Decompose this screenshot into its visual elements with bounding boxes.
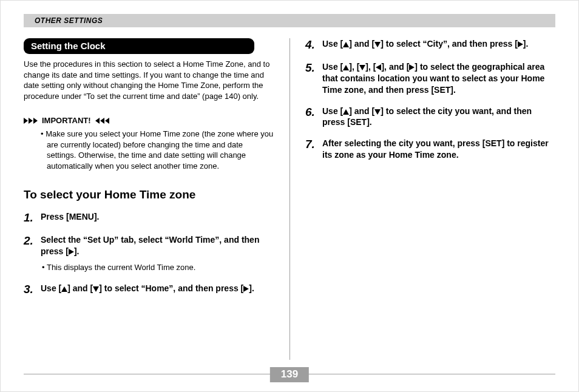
step-7: 7. After selecting the city you want, pr… — [305, 138, 555, 161]
right-arrow-icon — [409, 64, 415, 70]
section-heading: Setting the Clock — [24, 38, 254, 54]
step-number: 1. — [24, 211, 41, 225]
step-number: 5. — [305, 61, 322, 96]
down-arrow-icon — [93, 286, 99, 292]
step-number: 6. — [305, 106, 322, 129]
step-text: Use [], [], [], and [] to select the geo… — [322, 61, 555, 96]
important-bullet: Make sure you select your Home Time zone… — [24, 129, 274, 171]
important-heading: IMPORTANT! — [24, 116, 274, 125]
column-divider — [290, 38, 290, 360]
step-text: Use [] and [] to select “City”, and then… — [322, 38, 528, 52]
step-number: 3. — [24, 283, 41, 296]
step-number: 2. — [24, 234, 41, 272]
procedure-heading: To select your Home Time zone — [24, 188, 274, 201]
step-1: 1. Press [MENU]. — [24, 211, 274, 225]
triangle-left-icon — [95, 118, 109, 124]
up-arrow-icon — [343, 65, 349, 70]
right-arrow-icon — [243, 286, 249, 292]
down-arrow-icon — [374, 42, 381, 47]
right-arrow-icon — [518, 41, 523, 47]
page-header-bar: OTHER SETTINGS — [24, 14, 555, 27]
up-arrow-icon — [343, 109, 349, 115]
step-3: 3. Use [] and [] to select “Home”, and t… — [24, 283, 274, 296]
intro-paragraph: Use the procedures in this section to se… — [24, 59, 274, 101]
section-name: OTHER SETTINGS — [35, 16, 103, 25]
step-text: Select the “Set Up” tab, select “World T… — [41, 234, 274, 272]
step-6: 6. Use [] and [] to select the city you … — [305, 106, 555, 129]
step-text: Use [] and [] to select “Home”, and then… — [41, 283, 254, 296]
step-2: 2. Select the “Set Up” tab, select “Worl… — [24, 234, 274, 272]
right-arrow-icon — [69, 249, 74, 255]
triangle-right-icon — [24, 118, 38, 124]
step-number: 7. — [305, 138, 322, 161]
important-label: IMPORTANT! — [42, 116, 91, 125]
down-arrow-icon — [359, 65, 365, 70]
down-arrow-icon — [374, 109, 381, 115]
up-arrow-icon — [343, 42, 349, 47]
step-number: 4. — [305, 38, 322, 52]
step-5: 5. Use [], [], [], and [] to select the … — [305, 61, 555, 96]
page-footer: 139 — [24, 367, 555, 380]
up-arrow-icon — [61, 286, 67, 292]
step-text: After selecting the city you want, press… — [322, 138, 555, 161]
step-text: Press [MENU]. — [41, 211, 99, 225]
step-text: Use [] and [] to select the city you wan… — [322, 106, 555, 129]
step-4: 4. Use [] and [] to select “City”, and t… — [305, 38, 555, 52]
page-number: 139 — [270, 367, 309, 382]
step-subbullet: This displays the current World Time zon… — [41, 262, 274, 273]
